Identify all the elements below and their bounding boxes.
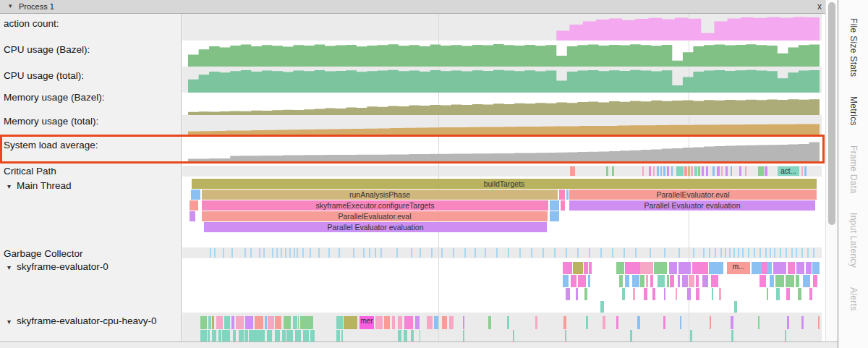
process-header[interactable]: ▾ Process 1 x — [0, 0, 825, 14]
trace-segment[interactable] — [775, 275, 783, 287]
trace-segment[interactable] — [276, 248, 278, 258]
trace-segment[interactable] — [463, 330, 464, 341]
trace-segment[interactable] — [297, 248, 298, 258]
trace-segment[interactable] — [758, 166, 764, 176]
trace-segment[interactable] — [650, 275, 654, 287]
trace-segment[interactable] — [475, 248, 476, 258]
trace-segment[interactable] — [464, 248, 466, 258]
trace-segment[interactable] — [678, 248, 680, 258]
trace-segment[interactable] — [725, 248, 726, 258]
trace-segment[interactable] — [676, 166, 684, 176]
tab-metrics[interactable]: Metrics — [848, 96, 859, 126]
trace-segment[interactable] — [249, 330, 252, 341]
trace-segment[interactable] — [566, 248, 567, 258]
flame-slice[interactable] — [566, 190, 569, 200]
trace-segment[interactable] — [706, 166, 708, 176]
trace-segment[interactable] — [688, 166, 690, 176]
trace-segment[interactable] — [649, 166, 651, 176]
trace-segment[interactable] — [434, 316, 438, 329]
trace-segment[interactable] — [637, 316, 641, 329]
trace-segment[interactable] — [630, 330, 633, 341]
trace-segment[interactable] — [282, 330, 285, 341]
trace-segment[interactable] — [563, 262, 572, 274]
trace-segment[interactable] — [693, 248, 694, 258]
trace-segment[interactable] — [302, 248, 304, 258]
trace-segment[interactable] — [633, 288, 635, 300]
trace-segment[interactable] — [411, 330, 414, 341]
trace-segment[interactable] — [216, 316, 223, 329]
trace-segment[interactable] — [298, 316, 299, 329]
trace-segment[interactable] — [310, 248, 311, 258]
trace-segment[interactable] — [612, 248, 613, 258]
trace-segment[interactable] — [508, 248, 509, 258]
trace-segment[interactable] — [212, 316, 215, 329]
trace-segment[interactable] — [785, 330, 786, 341]
trace-segment[interactable] — [710, 316, 711, 329]
trace-segment[interactable] — [245, 316, 252, 329]
trace-segment[interactable] — [731, 330, 733, 341]
trace-segment[interactable] — [431, 248, 433, 258]
trace-segment[interactable] — [765, 166, 767, 176]
trace-segment[interactable] — [341, 330, 343, 341]
trace-segment[interactable] — [336, 330, 340, 341]
trace-segment[interactable] — [236, 316, 244, 329]
trace-segment[interactable] — [698, 166, 700, 176]
trace-segment[interactable] — [336, 316, 343, 329]
trace-segment[interactable] — [441, 248, 443, 258]
trace-segment[interactable] — [702, 166, 704, 176]
trace-segment[interactable] — [531, 248, 532, 258]
trace-segment[interactable] — [616, 316, 618, 329]
metric-chart-5[interactable] — [188, 139, 820, 161]
trace-segment[interactable] — [644, 288, 647, 300]
trace-segment[interactable] — [680, 316, 681, 329]
trace-segment[interactable] — [427, 316, 433, 329]
trace-segment[interactable] — [801, 166, 803, 176]
trace-segment[interactable] — [658, 275, 665, 287]
trace-segment[interactable] — [678, 262, 690, 274]
trace-segment[interactable] — [286, 330, 293, 341]
trace-segment[interactable] — [804, 166, 807, 176]
flame-slice[interactable] — [190, 200, 198, 211]
trace-segment[interactable] — [289, 248, 291, 258]
trace-segment[interactable] — [742, 248, 744, 258]
trace-segment[interactable] — [791, 248, 793, 258]
trace-segment[interactable] — [748, 248, 749, 258]
trace-segment[interactable] — [671, 166, 673, 176]
trace-segment[interactable] — [664, 288, 666, 300]
trace-segment[interactable] — [657, 166, 659, 176]
trace-segment[interactable] — [788, 262, 795, 274]
trace-segment[interactable] — [250, 248, 252, 258]
trace-segment[interactable] — [809, 288, 812, 300]
trace-segment[interactable] — [566, 288, 570, 300]
trace-segment[interactable] — [485, 248, 486, 258]
flame-slice[interactable] — [561, 200, 565, 211]
trace-segment[interactable] — [786, 275, 793, 287]
trace-segment[interactable] — [709, 262, 723, 274]
trace-segment[interactable] — [496, 248, 498, 258]
trace-segment[interactable] — [369, 248, 370, 258]
trace-segment[interactable] — [731, 316, 733, 329]
trace-segment[interactable] — [801, 248, 803, 258]
vertical-scrollbar-thumb[interactable] — [828, 2, 835, 225]
trace-segment[interactable] — [692, 262, 708, 274]
trace-segment[interactable] — [654, 262, 667, 274]
trace-segment[interactable] — [353, 316, 357, 329]
trace-segment[interactable] — [813, 275, 817, 287]
trace-segment[interactable] — [252, 330, 258, 341]
trace-segment[interactable] — [589, 262, 592, 274]
trace-segment[interactable] — [563, 316, 566, 329]
trace-segment[interactable] — [758, 316, 760, 329]
trace-segment[interactable] — [384, 316, 390, 329]
trace-segment[interactable] — [678, 275, 681, 287]
trace-segment[interactable] — [653, 166, 655, 176]
trace-segment[interactable] — [606, 166, 608, 176]
trace-segment[interactable] — [404, 330, 407, 341]
trace-segment[interactable] — [404, 316, 413, 329]
trace-segment[interactable] — [745, 166, 746, 176]
trace-segment[interactable] — [660, 166, 662, 176]
trace-segment[interactable] — [702, 275, 708, 287]
trace-segment[interactable] — [303, 330, 308, 341]
trace-segment[interactable] — [268, 316, 274, 329]
trace-segment[interactable] — [738, 248, 739, 258]
trace-segment[interactable] — [773, 262, 786, 274]
